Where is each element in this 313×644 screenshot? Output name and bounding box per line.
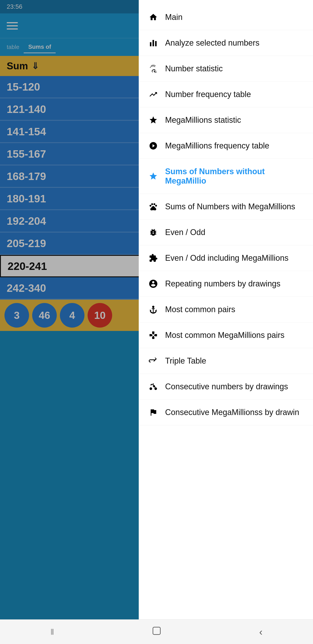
sidebar-item-triple[interactable]: Triple Table [139, 348, 313, 374]
sidebar-item-label: Even / Odd [165, 228, 205, 237]
sidebar-item-label: Number statistic [165, 64, 223, 73]
sidebar-item-number-stat[interactable]: Number statistic [139, 56, 313, 82]
sidebar-item-mega-pairs[interactable]: Most common MegaMillions pairs [139, 322, 313, 348]
fingerprint-icon [148, 64, 159, 73]
camera-icon [148, 141, 159, 150]
sidebar-item-label: Consecutive MegaMillionss by drawin [165, 408, 299, 417]
svg-rect-1 [153, 40, 154, 46]
back-button[interactable]: ‹ [252, 623, 270, 641]
sidebar-item-label: Analyze selected numbers [165, 38, 259, 48]
sidebar-item-mega-stat[interactable]: MegaMillions statistic [139, 107, 313, 133]
sidebar-item-label: Consecutive numbers by drawings [165, 382, 288, 391]
svg-point-8 [154, 387, 157, 390]
sidebar-item-label: Main [165, 12, 183, 22]
sidebar-item-label: MegaMillions statistic [165, 116, 241, 125]
sidebar-item-main[interactable]: Main [139, 4, 313, 30]
home-button[interactable] [148, 623, 166, 641]
sidebar-item-label: Triple Table [165, 356, 206, 366]
navigation-drawer: Main Analyze selected numbers Number sta… [139, 0, 313, 644]
home-nav-icon [152, 626, 162, 638]
puzzle-icon [148, 254, 159, 262]
star-icon [148, 116, 159, 124]
face-icon [148, 279, 159, 288]
sidebar-item-mega-freq[interactable]: MegaMillions frequency table [139, 133, 313, 159]
svg-rect-9 [153, 627, 160, 634]
sidebar-item-label: Repeating numbers by drawings [165, 279, 280, 288]
svg-point-6 [155, 205, 157, 206]
bar-chart-icon [148, 38, 159, 48]
sidebar-item-sums-with[interactable]: Sums of Numbers with MegaMillions [139, 194, 313, 220]
sidebar-item-label: Even / Odd including MegaMillions [165, 253, 289, 263]
sidebar-item-even-odd[interactable]: Even / Odd [139, 220, 313, 245]
paw-icon [148, 202, 159, 211]
recents-button[interactable]: ⦀ [43, 623, 61, 641]
sidebar-item-label: Sums of Numbers with MegaMillions [165, 202, 295, 211]
sidebar-item-label: Number frequency table [165, 90, 251, 99]
sidebar-item-sums-without[interactable]: Sums of Numbers without MegaMillio [139, 159, 313, 194]
trending-up-icon [148, 90, 159, 99]
svg-point-3 [149, 205, 151, 206]
star-blue-icon [148, 172, 159, 181]
sidebar-item-label: Most common MegaMillions pairs [165, 330, 285, 340]
sidebar-item-number-freq[interactable]: Number frequency table [139, 82, 313, 107]
svg-rect-2 [155, 41, 157, 46]
sidebar-item-label: MegaMillions frequency table [165, 141, 269, 150]
sidebar-item-pairs[interactable]: Most common pairs [139, 297, 313, 322]
sidebar-item-label: Most common pairs [165, 305, 235, 314]
recents-icon: ⦀ [50, 627, 54, 637]
bug-icon [148, 228, 159, 237]
scooter-icon [148, 382, 159, 391]
sidebar-item-consecutive-mega[interactable]: Consecutive MegaMillionss by drawin [139, 400, 313, 425]
gamepad-icon [148, 331, 159, 340]
svg-point-5 [153, 203, 155, 205]
sidebar-item-even-odd-mega[interactable]: Even / Odd including MegaMillions [139, 245, 313, 271]
svg-point-7 [149, 387, 152, 390]
sidebar-item-analyze[interactable]: Analyze selected numbers [139, 30, 313, 56]
sidebar-item-repeating[interactable]: Repeating numbers by drawings [139, 271, 313, 297]
home-icon [148, 13, 159, 22]
flag-icon [148, 408, 159, 417]
sidebar-item-consecutive[interactable]: Consecutive numbers by drawings [139, 374, 313, 400]
arm-icon [148, 356, 159, 366]
back-icon: ‹ [259, 626, 263, 638]
sidebar-item-label: Sums of Numbers without MegaMillio [165, 167, 304, 186]
bottom-nav-bar: ⦀ ‹ [0, 620, 313, 644]
anchor-icon [148, 305, 159, 314]
svg-point-4 [151, 203, 153, 205]
svg-rect-0 [150, 42, 151, 46]
